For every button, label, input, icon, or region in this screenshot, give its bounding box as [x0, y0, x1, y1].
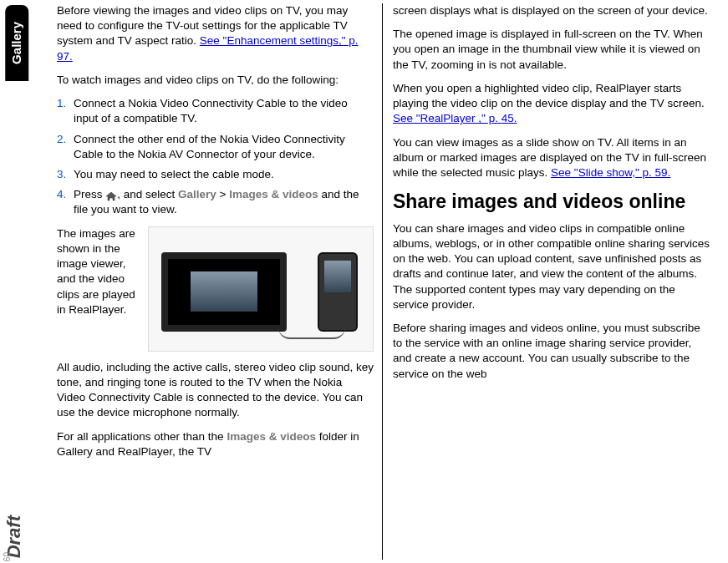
left-column: Before viewing the images and video clip… — [52, 3, 382, 560]
content-columns: Before viewing the images and video clip… — [52, 3, 718, 560]
step-item: 1.Connect a Nokia Video Connectivity Cab… — [57, 96, 374, 126]
step-text: Connect a Nokia Video Connectivity Cable… — [74, 97, 348, 124]
menu-images-videos: Images & videos — [229, 188, 318, 200]
other-apps-paragraph: For all applications other than the Imag… — [57, 429, 374, 459]
realplayer-paragraph: When you open a highlighted video clip, … — [393, 81, 710, 127]
step-item: 4. Press , and select Gallery > Images &… — [57, 187, 374, 217]
step-text: You may need to select the cable mode. — [74, 168, 274, 180]
phone-icon — [318, 252, 358, 332]
share-intro-paragraph: You can share images and video clips in … — [393, 221, 710, 312]
steps-list: 1.Connect a Nokia Video Connectivity Cab… — [57, 96, 374, 218]
share-online-heading: Share images and videos online — [393, 190, 710, 212]
home-key-icon — [105, 190, 117, 200]
realplayer-link[interactable]: See "RealPlayer ," p. 45. — [393, 112, 517, 124]
step-number: 2. — [57, 132, 66, 147]
right-column: screen displays what is displayed on the… — [382, 3, 718, 560]
audio-routing-paragraph: All audio, including the active calls, s… — [57, 360, 374, 421]
section-tab: Gallery — [5, 5, 28, 81]
continuation-paragraph: screen displays what is displayed on the… — [393, 3, 710, 18]
separator: > — [216, 188, 229, 200]
subscribe-paragraph: Before sharing images and videos online,… — [393, 321, 710, 382]
fullscreen-paragraph: The opened image is displayed in full-sc… — [393, 27, 710, 73]
step-text: Connect the other end of the Nokia Video… — [74, 133, 345, 160]
step-item: 3.You may need to select the cable mode. — [57, 167, 374, 182]
menu-images-videos: Images & videos — [227, 430, 316, 443]
tv-phone-illustration — [148, 226, 374, 352]
tv-icon — [161, 252, 287, 332]
cable-icon — [278, 327, 345, 339]
image-viewer-paragraph: The images are shown in the image viewer… — [57, 226, 374, 352]
slideshow-link[interactable]: See "Slide show," p. 59. — [551, 166, 670, 179]
step-number: 3. — [57, 167, 66, 182]
instructions-lead: To watch images and video clips on TV, d… — [57, 73, 374, 88]
step-number: 4. — [57, 187, 66, 202]
slideshow-paragraph: You can view images as a slide show on T… — [393, 135, 710, 181]
wrap-text: The images are shown in the image viewer… — [57, 226, 145, 317]
menu-gallery: Gallery — [178, 188, 216, 200]
body-text: When you open a highlighted video clip, … — [393, 82, 705, 109]
step-item: 2.Connect the other end of the Nokia Vid… — [57, 132, 374, 162]
step-text: , and select — [117, 188, 178, 200]
page-number: 60 — [2, 552, 13, 561]
intro-paragraph: Before viewing the images and video clip… — [57, 3, 374, 64]
step-number: 1. — [57, 96, 66, 111]
step-text: Press — [74, 188, 105, 200]
body-text: For all applications other than the — [57, 430, 227, 443]
